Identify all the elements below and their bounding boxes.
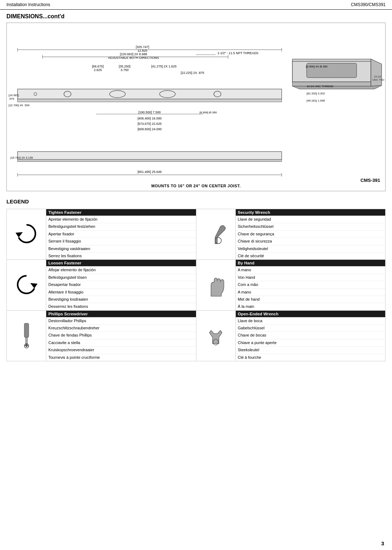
- svg-text:[8.906]  Ø.390: [8.906] Ø.390: [200, 111, 217, 114]
- legend-row-phillips-screwdriver-1: Kreuzschlitzschraubendreher: [46, 324, 196, 332]
- svg-rect-0: [18, 89, 282, 99]
- cms391-label: CMS-391: [360, 178, 380, 183]
- svg-text:[41.275]  2X  1.625: [41.275] 2X 1.625: [151, 65, 177, 68]
- legend-text-tighten-fastener: Tighten FastenerApretar elemento de fija…: [46, 209, 196, 259]
- legend-header-phillips-screwdriver: Phillips Screwdriver: [46, 311, 196, 317]
- legend-row-by-hand-4: Met de hand: [236, 296, 386, 303]
- legend-row-by-hand-3: A mano: [236, 288, 386, 296]
- legend-header-by-hand: By Hand: [236, 260, 386, 266]
- svg-text:[22.225]  2X  .875: [22.225] 2X .875: [181, 71, 204, 75]
- svg-rect-1: [18, 99, 282, 102]
- svg-text:[220.663]  2X  8.688: [220.663] 2X 8.688: [120, 52, 147, 56]
- legend-row-tighten-fastener-1: Befestigungsteil festziehen: [46, 223, 196, 230]
- svg-text:1-1/2" - 11.5 NPT THREADS: 1-1/2" - 11.5 NPT THREADS: [217, 51, 258, 55]
- svg-rect-56: [24, 323, 28, 337]
- svg-text:[14.587]: [14.587]: [9, 94, 19, 97]
- legend-row-by-hand-5: À la main: [236, 303, 386, 310]
- legend-icon-tighten-fastener: [7, 209, 46, 259]
- legend-header-open-ended-wrench: Open-Ended Wrench: [236, 311, 386, 317]
- legend-row-loosen-fastener-1: Befestigungsteil lösen: [46, 274, 196, 281]
- legend-row-security-wrench-4: Veiligheidssleutel: [236, 245, 386, 252]
- svg-text:2.625: 2.625: [94, 68, 102, 72]
- legend-row-phillips-screwdriver-0: Destornillador Phillips: [46, 317, 196, 324]
- legend-icon-by-hand: [196, 260, 236, 310]
- svg-text:[49.181]  1.936: [49.181] 1.936: [307, 99, 325, 102]
- legend-text-loosen-fastener: Loosen FastenerAflojar elemento de fijac…: [46, 260, 196, 310]
- legend-row-by-hand-2: Com a mão: [236, 281, 386, 288]
- svg-text:[190.500]  7.500: [190.500] 7.500: [138, 111, 161, 114]
- legend-row-security-wrench-3: Chiave di sicurezza: [236, 238, 386, 245]
- legend-row-open-ended-wrench-4: Steeksleutel: [236, 346, 386, 353]
- section-title: DIMENSIONS...cont'd: [6, 13, 386, 20]
- legend-row-security-wrench-5: Clé de sécurité: [236, 252, 386, 259]
- svg-text:3.750: 3.750: [121, 68, 129, 72]
- legend-icon-loosen-fastener: [7, 260, 46, 310]
- legend-item-open-ended-wrench: Open-Ended WrenchLlave de bocaGabelschlü…: [196, 311, 386, 361]
- diagram-area: 10-24 UNC THD [325.747] 12.825 [220.663]…: [6, 23, 386, 191]
- svg-text:12.825: 12.825: [138, 49, 147, 52]
- legend-header-tighten-fastener: Tighten Fastener: [46, 209, 196, 216]
- legend-row-loosen-fastener-5: Desserrez les fixations: [46, 303, 196, 310]
- legend-row-loosen-fastener-2: Desapertar fixador: [46, 281, 196, 288]
- page-header: Installation Instructions CMS390/CMS391: [0, 0, 392, 10]
- svg-rect-11: [292, 59, 371, 62]
- svg-text:[12.700]  4X  .500: [12.700] 4X .500: [9, 104, 30, 107]
- svg-text:[651.495]  25.649: [651.495] 25.649: [138, 170, 162, 174]
- legend-row-security-wrench-1: Sicherheitsschlüssel: [236, 223, 386, 230]
- legend-icon-open-ended-wrench: [196, 311, 236, 361]
- legend-row-tighten-fastener-0: Apretar elemento de fijación: [46, 216, 196, 223]
- svg-text:10-24: 10-24: [374, 75, 381, 78]
- legend-text-open-ended-wrench: Open-Ended WrenchLlave de bocaGabelschlü…: [236, 311, 386, 361]
- svg-marker-55: [30, 283, 37, 288]
- legend-row-open-ended-wrench-3: Chiave a punte aperte: [236, 339, 386, 346]
- legend-text-security-wrench: Security WrenchLlave de seguridadSicherh…: [236, 209, 386, 259]
- svg-text:10-24 UNC THREAD: 10-24 UNC THREAD: [307, 85, 334, 88]
- main-content: DIMENSIONS...cont'd: [0, 10, 392, 365]
- svg-rect-8: [18, 159, 282, 161]
- svg-marker-14: [292, 85, 382, 89]
- legend-row-phillips-screwdriver-4: Kruiskopschroevendraaier: [46, 346, 196, 353]
- legend-item-by-hand: By HandA manoVon HandCom a mãoA manoMet …: [196, 260, 386, 310]
- legend-text-by-hand: By HandA manoVon HandCom a mãoA manoMet …: [236, 260, 386, 310]
- header-right: CMS390/CMS391: [351, 2, 386, 7]
- legend-row-security-wrench-2: Chave de segurança: [236, 230, 386, 238]
- svg-text:[9.906]  4X  Ø.390: [9.906] 4X Ø.390: [306, 65, 328, 68]
- legend-item-tighten-fastener: Tighten FastenerApretar elemento de fija…: [7, 209, 196, 260]
- svg-text:[35.250]: [35.250]: [119, 65, 130, 68]
- svg-text:[325.747]: [325.747]: [136, 45, 149, 49]
- legend-row-loosen-fastener-4: Bevestiging losdraaien: [46, 296, 196, 303]
- legend-header-security-wrench: Security Wrench: [236, 209, 386, 216]
- svg-text:ADJUSTABLE BOTH DIRECTIONS: ADJUSTABLE BOTH DIRECTIONS: [108, 56, 159, 60]
- svg-rect-7: [18, 152, 282, 160]
- diagram-caption: MOUNTS TO 16" OR 24" ON CENTER JOIST.: [151, 184, 240, 188]
- legend-icon-security-wrench: [196, 209, 236, 259]
- legend-header-loosen-fastener: Loosen Fastener: [46, 260, 196, 266]
- header-left: Installation Instructions: [6, 2, 50, 7]
- svg-text:[81.332]  3.202: [81.332] 3.202: [307, 92, 325, 95]
- legend-row-phillips-screwdriver-5: Tournevis à pointe cruciforme: [46, 354, 196, 361]
- legend-item-phillips-screwdriver: Phillips ScrewdriverDestornillador Phill…: [7, 311, 196, 361]
- legend-row-phillips-screwdriver-3: Cacciavite a stella: [46, 339, 196, 346]
- legend-text-phillips-screwdriver: Phillips ScrewdriverDestornillador Phill…: [46, 311, 196, 361]
- legend-row-open-ended-wrench-1: Gabelschlüssel: [236, 324, 386, 332]
- legend-row-tighten-fastener-3: Serrare il fissaggio: [46, 238, 196, 245]
- svg-text:UNC THD: UNC THD: [372, 78, 384, 81]
- svg-text:[609.600]  24.000: [609.600] 24.000: [138, 127, 162, 131]
- svg-text:.575: .575: [9, 97, 14, 100]
- legend-row-security-wrench-0: Llave de seguridad: [236, 216, 386, 223]
- legend-icon-phillips-screwdriver: [7, 311, 46, 361]
- legend-row-loosen-fastener-0: Aflojar elemento de fijación: [46, 266, 196, 273]
- svg-marker-53: [15, 232, 23, 238]
- technical-diagram: 10-24 UNC THD [325.747] 12.825 [220.663]…: [7, 23, 385, 191]
- svg-text:[19.742]  2X  3.139: [19.742] 2X 3.139: [10, 156, 33, 159]
- legend-row-tighten-fastener-2: Apertar fixador: [46, 230, 196, 238]
- legend-row-by-hand-1: Von Hand: [236, 274, 386, 281]
- legend-row-open-ended-wrench-0: Llave de boca: [236, 317, 386, 324]
- legend-row-open-ended-wrench-5: Clé à fourche: [236, 354, 386, 361]
- svg-text:[66.675]: [66.675]: [92, 65, 104, 68]
- svg-marker-13: [371, 59, 382, 86]
- legend-row-loosen-fastener-3: Allentare il fissaggio: [46, 288, 196, 296]
- legend-row-open-ended-wrench-2: Chave de bocas: [236, 332, 386, 339]
- legend-row-by-hand-0: A mano: [236, 266, 386, 273]
- svg-text:[574.675]  22.625: [574.675] 22.625: [138, 122, 162, 126]
